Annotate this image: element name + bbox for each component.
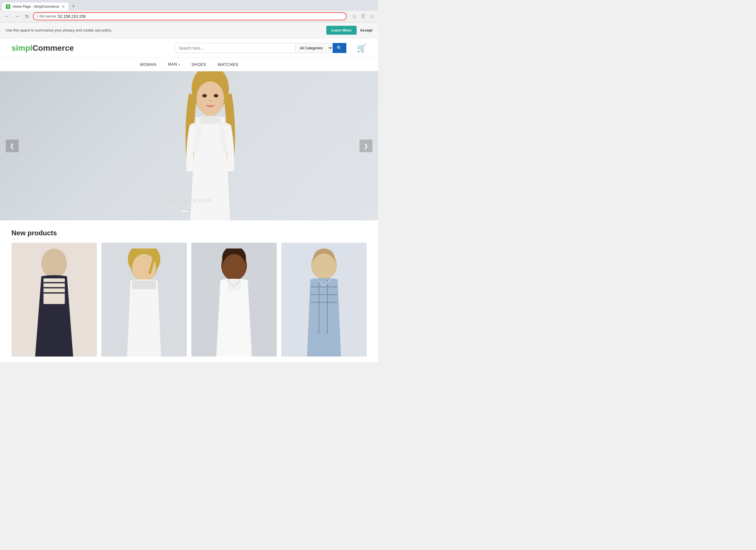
product-image-3 [191, 248, 277, 357]
product-card-1[interactable] [11, 243, 97, 357]
nav-link-woman[interactable]: WOMAN [140, 62, 156, 67]
tab-title: Home Page - SimplCommerce [13, 5, 59, 9]
nav-item-watches[interactable]: WATCHES [218, 62, 238, 67]
nav-item-woman[interactable]: WOMAN [140, 62, 156, 67]
browser-nav-bar: ← → ↻ ℹ Not secure 52.158.210.156 ☆ C ☆ [0, 11, 378, 22]
product-figure-1 [11, 243, 97, 357]
address-text: 52.158.210.156 [58, 14, 343, 19]
search-icon: 🔍 [337, 46, 342, 50]
site-logo[interactable]: simplCommerce [11, 44, 74, 53]
product-card-2[interactable] [101, 243, 187, 357]
product-figure-2 [101, 243, 187, 357]
svg-point-19 [223, 254, 246, 280]
search-input[interactable] [174, 43, 295, 53]
forward-button[interactable]: → [13, 13, 21, 20]
lock-icon: ℹ [37, 14, 38, 18]
bookmark-star-button[interactable]: ☆ [351, 13, 358, 20]
browser-chrome: S Home Page - SimplCommerce ✕ + ← → ↻ ℹ … [0, 0, 378, 22]
nav-link-shoes[interactable]: SHOES [191, 62, 206, 67]
product-figure-4 [281, 243, 367, 357]
carousel-next-button[interactable]: ❯ [360, 139, 372, 152]
new-tab-button[interactable]: + [70, 2, 77, 11]
next-arrow-icon: ❯ [364, 143, 368, 149]
browser-menu-button[interactable]: ☆ [369, 13, 375, 20]
reload-button[interactable]: ↻ [23, 13, 31, 20]
svg-point-4 [214, 94, 218, 97]
back-button[interactable]: ← [3, 13, 11, 20]
main-navigation: WOMAN MAN ▾ SHOES WATCHES [0, 58, 378, 71]
cart-button[interactable]: 🛒 [357, 43, 367, 53]
new-products-title: New products [11, 229, 367, 237]
product-grid [11, 243, 367, 357]
product-image-4 [281, 248, 367, 357]
prev-arrow-icon: ❮ [10, 143, 15, 149]
browser-action-icons: ☆ C ☆ [351, 13, 375, 20]
svg-point-23 [313, 253, 335, 279]
product-image-2 [101, 248, 187, 357]
tab-favicon: S [6, 4, 10, 9]
svg-rect-16 [132, 281, 156, 289]
product-card-3[interactable] [191, 243, 277, 357]
logo-commerce: Commerce [32, 44, 74, 52]
search-button[interactable]: 🔍 [333, 43, 346, 53]
nav-list: WOMAN MAN ▾ SHOES WATCHES [11, 58, 367, 71]
nav-link-watches[interactable]: WATCHES [218, 62, 238, 67]
extensions-button[interactable]: C [360, 13, 366, 20]
carousel-prev-button[interactable]: ❮ [6, 139, 19, 152]
product-card-4[interactable] [281, 243, 367, 357]
man-dropdown-arrow: ▾ [178, 63, 180, 66]
site-wrapper: Use this space to summarize your privacy… [0, 22, 378, 362]
cookie-bar: Use this space to summarize your privacy… [0, 22, 378, 38]
cookie-policy-text: Use this space to summarize your privacy… [6, 28, 323, 32]
carousel-dots [181, 211, 197, 212]
product-image-1 [11, 248, 97, 357]
logo-simpl: simpl [11, 44, 32, 52]
new-products-section: New products [0, 220, 378, 362]
nav-link-man[interactable]: MAN ▾ [168, 62, 180, 66]
carousel-dot-1[interactable] [181, 211, 188, 212]
svg-point-6 [199, 116, 222, 124]
site-header: simplCommerce All CategoriesWomanManShoe… [0, 38, 378, 58]
not-secure-label: Not secure [40, 14, 56, 18]
address-bar[interactable]: ℹ Not secure 52.158.210.156 [33, 12, 347, 20]
svg-point-2 [197, 81, 224, 116]
nav-item-man[interactable]: MAN ▾ [168, 62, 180, 67]
active-tab[interactable]: S Home Page - SimplCommerce ✕ [2, 3, 68, 11]
search-container: All CategoriesWomanManShoesWatches 🔍 [174, 43, 346, 53]
category-select[interactable]: All CategoriesWomanManShoesWatches [295, 43, 333, 53]
not-secure-indicator: ℹ Not secure [37, 14, 56, 18]
carousel-dot-2[interactable] [190, 211, 197, 212]
tab-bar: S Home Page - SimplCommerce ✕ + [0, 0, 378, 11]
svg-point-7 [41, 248, 67, 278]
nav-item-shoes[interactable]: SHOES [191, 62, 206, 67]
svg-point-3 [202, 94, 207, 97]
hero-carousel: ❮ ❯ NEW SEASON [0, 71, 378, 220]
hero-caption: NEW SEASON [166, 197, 212, 203]
product-figure-3 [191, 243, 277, 357]
accept-button[interactable]: Accept [360, 28, 372, 32]
learn-more-button[interactable]: Learn More [326, 26, 357, 35]
tab-close-button[interactable]: ✕ [62, 4, 65, 9]
